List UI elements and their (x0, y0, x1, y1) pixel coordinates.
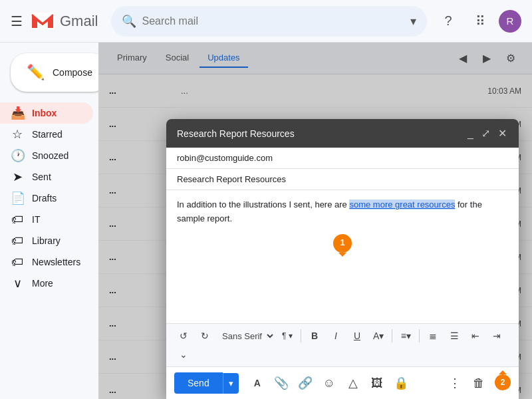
redo-button[interactable]: ↻ (196, 328, 214, 344)
send-action-icons: A 📎 🔗 ☺ △ 🖼 🔒 (247, 372, 412, 394)
send-options-button[interactable]: ▾ (223, 373, 239, 394)
sidebar-item-inbox[interactable]: 📥 Inbox (0, 102, 93, 124)
indent-less-button[interactable]: ⇤ (466, 328, 485, 344)
divider1 (301, 329, 301, 342)
font-color-button[interactable]: A▾ (369, 328, 388, 344)
divider2 (392, 329, 392, 342)
close-icon[interactable]: ✕ (497, 126, 508, 141)
it-icon: 🏷 (11, 213, 24, 227)
subject-field[interactable]: Research Report Resources (166, 169, 519, 190)
sidebar-item-more[interactable]: ∨ More (0, 273, 93, 294)
to-field[interactable]: robin@customguide.com (166, 148, 519, 169)
sidebar-item-snoozed[interactable]: 🕐 Snoozed (0, 145, 93, 166)
more-icon: ∨ (11, 276, 24, 291)
body-link[interactable]: some more great resources (349, 200, 455, 209)
compose-body[interactable]: In addition to the illustrations I sent,… (166, 190, 519, 323)
send-toolbar: Send ▾ A 📎 🔗 ☺ △ 🖼 🔒 ⋮ 🗑 2 (166, 366, 519, 399)
photo-button[interactable]: 🖼 (366, 372, 388, 394)
unordered-list-button[interactable]: ☰ (445, 328, 464, 344)
italic-button[interactable]: I (327, 328, 345, 344)
compose-button[interactable]: ✏️ Compose (11, 53, 108, 92)
star-icon: ☆ (11, 127, 24, 142)
drafts-icon: 📄 (11, 191, 24, 205)
hamburger-icon[interactable]: ☰ (11, 13, 23, 29)
apps-button[interactable]: ⠿ (467, 8, 493, 35)
sidebar-item-library[interactable]: 🏷 Library (0, 230, 93, 251)
drafts-label: Drafts (32, 193, 57, 203)
sent-label: Sent (32, 172, 51, 182)
link-button[interactable]: 🔗 (295, 372, 316, 394)
gmail-text: Gmail (60, 13, 98, 30)
sent-icon: ➤ (11, 170, 24, 184)
minimize-icon[interactable]: _ (466, 126, 475, 141)
sidebar-item-newsletters[interactable]: 🏷 Newsletters (0, 251, 93, 273)
avatar[interactable]: R (499, 10, 521, 33)
snoozed-icon: 🕐 (11, 148, 24, 163)
compose-label: Compose (53, 67, 92, 78)
newsletters-label: Newsletters (32, 257, 80, 267)
search-chevron-icon[interactable]: ▾ (410, 14, 416, 29)
inbox-icon: 📥 (11, 106, 24, 120)
divider3 (419, 329, 420, 342)
indent-more-button[interactable]: ⇥ (487, 328, 506, 344)
sidebar-item-starred[interactable]: ☆ Starred (0, 124, 93, 145)
snoozed-label: Snoozed (32, 150, 68, 161)
more-options-button[interactable]: ⋮ (444, 372, 466, 394)
expand-icon[interactable]: ⤢ (480, 126, 491, 141)
send-btn-group: Send ▾ (174, 372, 239, 394)
compose-plus-icon: ✏️ (27, 64, 45, 81)
starred-label: Starred (32, 129, 63, 140)
inbox-label: Inbox (32, 108, 57, 118)
it-label: IT (32, 214, 40, 225)
send-button[interactable]: Send (174, 372, 223, 394)
align-button[interactable]: ≡▾ (396, 328, 415, 344)
search-icon: 🔍 (122, 14, 136, 29)
undo-button[interactable]: ↺ (174, 328, 193, 344)
top-right-icons: ? ⠿ R (435, 8, 521, 35)
ordered-list-button[interactable]: ≣ (424, 328, 442, 344)
library-icon: 🏷 (11, 234, 24, 248)
format-text-button[interactable]: A (247, 372, 268, 394)
search-input[interactable] (142, 15, 405, 27)
library-label: Library (32, 235, 61, 246)
font-size-button[interactable]: ¶ ▾ (278, 329, 297, 343)
sidebar-item-drafts[interactable]: 📄 Drafts (0, 188, 93, 209)
search-bar[interactable]: 🔍 ▾ (111, 6, 427, 37)
top-bar: ☰ Gmail 🔍 ▾ ? ⠿ R (0, 0, 532, 43)
sidebar-item-it[interactable]: 🏷 IT (0, 209, 93, 230)
dialog-header: Research Report Resources _ ⤢ ✕ (166, 119, 519, 148)
more-format-button[interactable]: ⌄ (174, 346, 193, 362)
emoji-button[interactable]: ☺ (319, 372, 340, 394)
step2-marker-wrapper: 2 (495, 374, 511, 392)
sidebar-item-sent[interactable]: ➤ Sent (0, 166, 93, 188)
dialog-header-icons: _ ⤢ ✕ (466, 126, 508, 141)
newsletters-icon: 🏷 (11, 255, 24, 269)
content-area: Primary Social Updates ◀ ▶ ⚙ ......10:03… (98, 43, 532, 399)
send-right-actions: ⋮ 🗑 (444, 372, 489, 394)
step2-marker: 2 (495, 374, 511, 390)
step1-marker-container: 1 (177, 234, 508, 253)
help-button[interactable]: ? (435, 8, 462, 35)
drive-button[interactable]: △ (342, 372, 364, 394)
dialog-title: Research Report Resources (177, 128, 295, 139)
font-selector[interactable]: Sans Serif (217, 329, 275, 343)
bold-button[interactable]: B (305, 328, 324, 344)
sidebar: ✏️ Compose 📥 Inbox ☆ Starred 🕐 Snoozed ➤… (0, 43, 98, 399)
attach-button[interactable]: 📎 (271, 372, 292, 394)
format-toolbar: ↺ ↻ Sans Serif ¶ ▾ B I U A▾ ≡▾ ≣ ☰ ⇤ ⇥ ⌄ (166, 323, 519, 366)
compose-dialog: Research Report Resources _ ⤢ ✕ robin@cu… (166, 119, 519, 399)
body-prefix: In addition to the illustrations I sent,… (177, 200, 349, 209)
gmail-logo: Gmail (31, 12, 98, 31)
more-label: More (32, 278, 53, 289)
step1-marker: 1 (333, 234, 352, 253)
underline-button[interactable]: U (348, 328, 366, 344)
gmail-logo-svg (31, 12, 55, 31)
main-layout: ✏️ Compose 📥 Inbox ☆ Starred 🕐 Snoozed ➤… (0, 43, 532, 399)
delete-button[interactable]: 🗑 (468, 372, 489, 394)
lock-button[interactable]: 🔒 (390, 372, 412, 394)
